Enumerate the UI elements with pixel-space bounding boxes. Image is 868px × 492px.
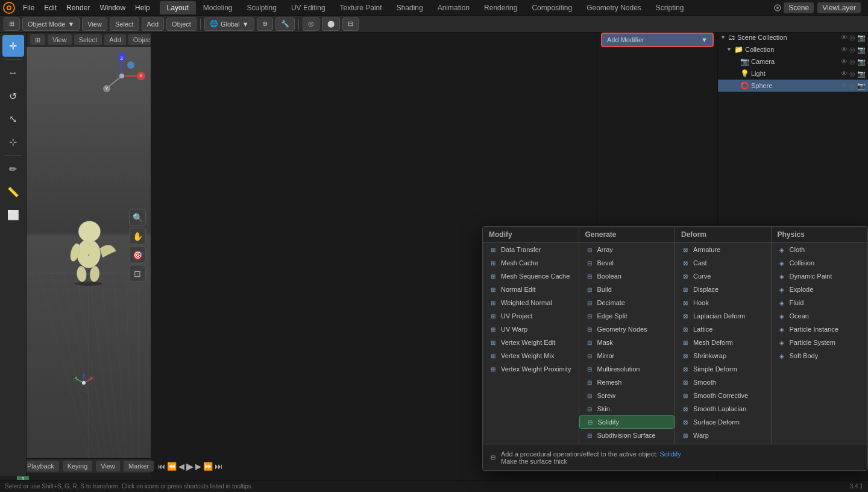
outliner-sphere[interactable]: ▶ ⭕ Sphere 👁 ◎ 📷 <box>718 80 868 92</box>
next-keyframe-btn[interactable]: ▶ <box>195 462 201 471</box>
modifier-smooth-corrective[interactable]: ⊠Smooth Corrective <box>675 389 771 402</box>
modifier-uv-project[interactable]: ⊞UV Project <box>483 309 579 323</box>
snapping-btn[interactable]: 🔧 <box>275 17 295 31</box>
editor-type-btn[interactable]: ⊞ <box>4 17 20 31</box>
next-frame-btn[interactable]: ⏩ <box>203 462 213 471</box>
modifier-edge-split[interactable]: ⊟Edge Split <box>579 309 675 323</box>
select-btn[interactable]: Select <box>110 17 139 31</box>
jump-start-btn[interactable]: ⏮ <box>157 462 165 471</box>
modifier-skin[interactable]: ⊟Skin <box>579 402 675 415</box>
modifier-displace[interactable]: ⊠Displace <box>675 283 771 296</box>
modifier-mesh-cache[interactable]: ⊞Mesh Cache <box>483 256 579 270</box>
tab-rendering[interactable]: Rendering <box>477 1 524 14</box>
tool-transform[interactable]: ⊹ <box>2 131 24 153</box>
modifier-curve[interactable]: ⊠Curve <box>675 270 771 283</box>
modifier-multiresolution[interactable]: ⊟Multiresolution <box>579 362 675 376</box>
perspective-btn[interactable]: ⊡ <box>129 265 146 282</box>
modifier-mask[interactable]: ⊟Mask <box>579 336 675 349</box>
tab-scripting[interactable]: Scripting <box>649 1 691 14</box>
modifier-vertex-weight-proximity[interactable]: ⊞Vertex Weight Proximity <box>483 362 579 376</box>
modifier-collision[interactable]: ◈Collision <box>772 256 868 270</box>
tab-shading[interactable]: Shading <box>389 1 430 14</box>
tab-uv-editing[interactable]: UV Editing <box>284 1 333 14</box>
tooltip-solidify-link[interactable]: Solidify <box>659 450 681 458</box>
add-btn[interactable]: Add <box>142 17 165 31</box>
timeline-playback-btn[interactable]: Playback <box>22 461 59 472</box>
tab-texture-paint[interactable]: Texture Paint <box>333 1 389 14</box>
tool-add-object[interactable]: ⬜ <box>2 204 24 226</box>
modifier-particle-system[interactable]: ◈Particle System <box>772 336 868 349</box>
menu-edit[interactable]: Edit <box>39 2 61 13</box>
view-btn[interactable]: View <box>82 17 107 31</box>
transform-orientation-btn[interactable]: 🌐 Global ▼ <box>204 17 254 31</box>
modifier-build[interactable]: ⊟Build <box>579 283 675 296</box>
play-btn[interactable]: ▶ <box>186 461 193 472</box>
scene-name[interactable]: Scene <box>784 2 814 13</box>
modifier-mesh-sequence-cache[interactable]: ⊞Mesh Sequence Cache <box>483 270 579 283</box>
outliner-collection[interactable]: ▼ 📁 Collection 👁 ◎ 📷 <box>718 43 868 55</box>
timeline-keying-btn[interactable]: Keying <box>63 461 93 472</box>
tab-sculpting[interactable]: Sculpting <box>240 1 284 14</box>
zoom-in-btn[interactable]: 🔍 <box>129 209 146 226</box>
timeline-marker-btn[interactable]: Marker <box>124 461 154 472</box>
viewport-select-menu[interactable]: Select <box>74 34 102 45</box>
tool-cursor[interactable]: ✛ <box>2 35 24 57</box>
modifier-mirror[interactable]: ⊟Mirror <box>579 349 675 362</box>
outliner-camera[interactable]: ▶ 📷 Camera 👁 ◎ 📷 <box>718 55 868 68</box>
timeline-view-btn[interactable]: View <box>96 461 120 472</box>
modifier-simple-deform[interactable]: ⊠Simple Deform <box>675 362 771 376</box>
proportional-edit-btn[interactable]: ◎ <box>303 17 319 31</box>
modifier-armature[interactable]: ⊠Armature <box>675 243 771 256</box>
modifier-fluid[interactable]: ◈Fluid <box>772 296 868 309</box>
tool-scale[interactable]: ⤡ <box>2 108 24 130</box>
tab-animation[interactable]: Animation <box>430 1 477 14</box>
tool-rotate[interactable]: ↺ <box>2 85 24 107</box>
modifier-geometry-nodes[interactable]: ⊟Geometry Nodes <box>579 323 675 336</box>
menu-window[interactable]: Window <box>95 2 130 13</box>
modifier-solidify[interactable]: ⊟Solidify <box>579 415 675 429</box>
tab-layout[interactable]: Layout <box>160 1 196 14</box>
tool-move[interactable]: ↔ <box>2 62 24 84</box>
modifier-data-transfer[interactable]: ⊞Data Transfer <box>483 243 579 256</box>
menu-render[interactable]: Render <box>61 2 95 13</box>
orbit-btn[interactable]: 🎯 <box>129 247 146 263</box>
modifier-soft-body[interactable]: ◈Soft Body <box>772 349 868 362</box>
modifier-hook[interactable]: ⊠Hook <box>675 296 771 309</box>
modifier-decimate[interactable]: ⊟Decimate <box>579 296 675 309</box>
viewport-view-menu[interactable]: View <box>48 34 72 45</box>
modifier-remesh[interactable]: ⊟Remesh <box>579 376 675 389</box>
overlay-btn[interactable]: ⊟ <box>342 17 359 31</box>
modifier-mesh-deform[interactable]: ⊠Mesh Deform <box>675 336 771 349</box>
modifier-shrinkwrap[interactable]: ⊠Shrinkwrap <box>675 349 771 362</box>
modifier-dynamic-paint[interactable]: ◈Dynamic Paint <box>772 270 868 283</box>
modifier-screw[interactable]: ⊟Screw <box>579 389 675 402</box>
pivot-point-btn[interactable]: ⊕ <box>257 17 273 31</box>
modifier-cloth[interactable]: ◈Cloth <box>772 243 868 256</box>
object-btn[interactable]: Object <box>166 17 197 31</box>
viewport-add-menu[interactable]: Add <box>104 34 126 45</box>
viewport-shading-btn[interactable]: ⬤ <box>322 17 340 31</box>
viewport-editor-type[interactable]: ⊞ <box>30 34 45 45</box>
outliner-scene-collection[interactable]: ▼ 🗂 Scene Collection 👁 ◎ 📷 <box>718 31 868 43</box>
tool-measure[interactable]: 📏 <box>2 181 24 203</box>
modifier-boolean[interactable]: ⊟Boolean <box>579 270 675 283</box>
modifier-array[interactable]: ⊟Array <box>579 243 675 256</box>
modifier-vertex-weight-edit[interactable]: ⊞Vertex Weight Edit <box>483 336 579 349</box>
object-mode-btn[interactable]: Object Mode ▼ <box>22 17 80 31</box>
add-modifier-btn[interactable]: Add Modifier ▼ <box>601 33 714 47</box>
modifier-lattice[interactable]: ⊠Lattice <box>675 323 771 336</box>
modifier-cast[interactable]: ⊠Cast <box>675 256 771 270</box>
modifier-explode[interactable]: ◈Explode <box>772 283 868 296</box>
modifier-uv-warp[interactable]: ⊞UV Warp <box>483 323 579 336</box>
modifier-subdivision-surface[interactable]: ⊟Subdivision Surface <box>579 429 675 442</box>
viewport-object-menu[interactable]: Object <box>128 34 151 45</box>
modifier-ocean[interactable]: ◈Ocean <box>772 309 868 323</box>
outliner-light[interactable]: ▶ 💡 Light 👁 ◎ 📷 <box>718 68 868 80</box>
menu-help[interactable]: Help <box>130 2 155 13</box>
tab-modeling[interactable]: Modeling <box>196 1 240 14</box>
viewport-3d[interactable]: ⊞ View Select Add Object ⬛ ⬜ ◑ ● Options… <box>27 33 151 458</box>
modifier-vertex-weight-mix[interactable]: ⊞Vertex Weight Mix <box>483 349 579 362</box>
modifier-surface-deform[interactable]: ⊠Surface Deform <box>675 415 771 429</box>
tab-compositing[interactable]: Compositing <box>524 1 579 14</box>
modifier-smooth[interactable]: ⊠Smooth <box>675 376 771 389</box>
